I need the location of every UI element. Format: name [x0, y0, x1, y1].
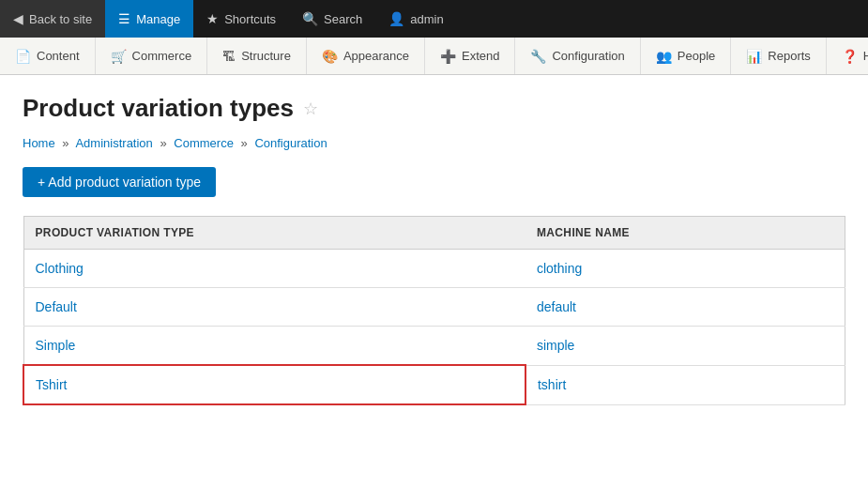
- nav-help[interactable]: ❓ Help: [827, 38, 868, 74]
- configuration-icon: 🔧: [530, 49, 546, 64]
- page-title: Product variation types: [23, 94, 294, 123]
- extend-icon: ➕: [440, 49, 456, 64]
- help-icon: ❓: [842, 49, 858, 64]
- breadcrumb-configuration[interactable]: Configuration: [254, 136, 327, 150]
- table-header-row: PRODUCT VARIATION TYPE MACHINE NAME: [23, 217, 845, 250]
- manage-button[interactable]: ☰ Manage: [105, 0, 193, 38]
- table-row: Defaultdefault: [23, 288, 845, 327]
- bookmark-icon[interactable]: ☆: [303, 99, 318, 119]
- breadcrumb-home[interactable]: Home: [23, 136, 55, 150]
- search-button[interactable]: 🔍 Search: [289, 0, 375, 38]
- breadcrumb-commerce[interactable]: Commerce: [174, 136, 234, 150]
- nav-structure[interactable]: 🏗 Structure: [207, 38, 307, 74]
- product-variation-types-table: PRODUCT VARIATION TYPE MACHINE NAME Clot…: [23, 216, 845, 405]
- star-nav-icon: ★: [206, 11, 219, 26]
- commerce-icon: 🛒: [111, 49, 127, 64]
- nav-content[interactable]: 📄 Content: [0, 38, 96, 74]
- table-row: Tshirttshirt: [23, 365, 845, 404]
- reports-icon: 📊: [746, 49, 762, 64]
- cell-variation-type[interactable]: Default: [23, 288, 525, 327]
- admin-bar: ◀ Back to site ☰ Manage ★ Shortcuts 🔍 Se…: [0, 0, 868, 38]
- shortcuts-button[interactable]: ★ Shortcuts: [193, 0, 289, 38]
- admin-user-button[interactable]: 👤 admin: [375, 0, 456, 38]
- cell-variation-type[interactable]: Simple: [23, 327, 525, 366]
- add-product-variation-type-button[interactable]: + Add product variation type: [23, 167, 216, 197]
- table-row: Clothingclothing: [23, 250, 845, 288]
- appearance-icon: 🎨: [322, 49, 338, 64]
- user-icon: 👤: [388, 11, 404, 26]
- page-title-row: Product variation types ☆: [23, 94, 845, 123]
- nav-reports[interactable]: 📊 Reports: [731, 38, 827, 74]
- breadcrumb: Home » Administration » Commerce » Confi…: [23, 136, 845, 150]
- content-icon: 📄: [15, 49, 31, 64]
- nav-commerce[interactable]: 🛒 Commerce: [96, 38, 208, 74]
- cell-machine-name: clothing: [525, 250, 845, 288]
- cell-variation-type[interactable]: Tshirt: [23, 365, 525, 404]
- manage-icon: ☰: [118, 11, 130, 26]
- structure-icon: 🏗: [222, 49, 236, 64]
- cell-machine-name: tshirt: [525, 365, 845, 404]
- col-header-machine-name: MACHINE NAME: [525, 217, 845, 250]
- cell-machine-name: simple: [525, 327, 845, 366]
- nav-appearance[interactable]: 🎨 Appearance: [307, 38, 425, 74]
- search-icon: 🔍: [302, 11, 318, 26]
- table-row: Simplesimple: [23, 327, 845, 366]
- main-content: Product variation types ☆ Home » Adminis…: [0, 75, 868, 424]
- cell-machine-name: default: [525, 288, 845, 327]
- cell-variation-type[interactable]: Clothing: [23, 250, 525, 288]
- back-icon: ◀: [13, 11, 23, 26]
- nav-extend[interactable]: ➕ Extend: [425, 38, 515, 74]
- col-header-variation-type: PRODUCT VARIATION TYPE: [23, 217, 525, 250]
- nav-configuration[interactable]: 🔧 Configuration: [515, 38, 640, 74]
- secondary-nav: 📄 Content 🛒 Commerce 🏗 Structure 🎨 Appea…: [0, 38, 868, 75]
- nav-people[interactable]: 👥 People: [641, 38, 731, 74]
- breadcrumb-administration[interactable]: Administration: [75, 136, 152, 150]
- people-icon: 👥: [656, 49, 672, 64]
- back-to-site-button[interactable]: ◀ Back to site: [0, 0, 105, 38]
